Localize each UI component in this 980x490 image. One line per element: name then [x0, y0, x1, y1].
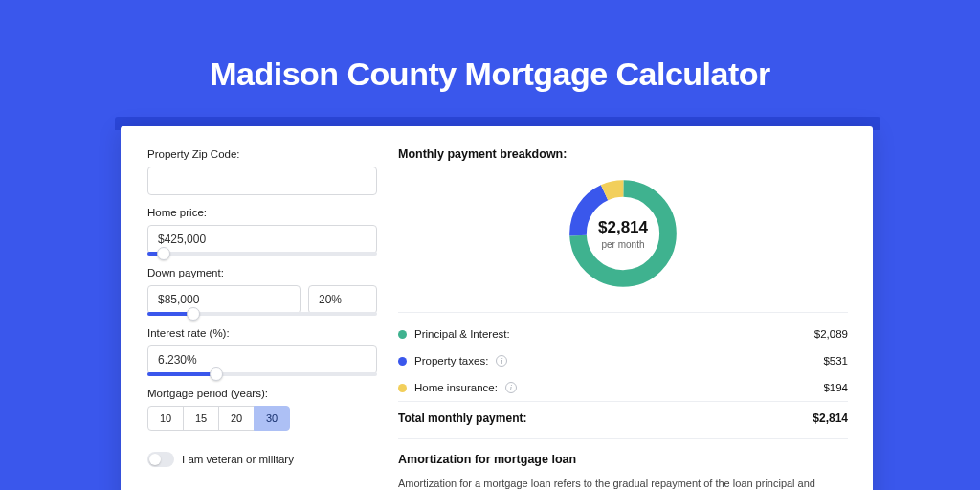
- breakdown-row: Principal & Interest:$2,089: [398, 321, 848, 347]
- interest-input[interactable]: [147, 345, 377, 374]
- period-label: Mortgage period (years):: [147, 388, 377, 399]
- home-price-slider[interactable]: [147, 252, 377, 256]
- period-option-30[interactable]: 30: [254, 406, 290, 431]
- down-payment-amount-input[interactable]: [147, 285, 301, 314]
- veteran-toggle[interactable]: [147, 452, 174, 467]
- zip-group: Property Zip Code:: [147, 148, 377, 195]
- inputs-panel: Property Zip Code: Home price: Down paym…: [147, 147, 377, 490]
- veteran-row: I am veteran or military: [147, 452, 377, 467]
- amortization-title: Amortization for mortgage loan: [398, 453, 848, 466]
- info-icon[interactable]: i: [496, 355, 507, 367]
- total-row: Total monthly payment: $2,814: [398, 401, 848, 438]
- breakdown-value: $194: [823, 382, 848, 393]
- zip-label: Property Zip Code:: [147, 148, 377, 160]
- period-option-15[interactable]: 15: [183, 406, 219, 431]
- breakdown-value: $2,089: [814, 328, 848, 340]
- breakdown-list: Principal & Interest:$2,089Property taxe…: [398, 312, 848, 401]
- slider-thumb-icon[interactable]: [187, 307, 200, 321]
- breakdown-value: $531: [823, 355, 848, 367]
- interest-slider[interactable]: [147, 372, 377, 376]
- breakdown-title: Monthly payment breakdown:: [398, 147, 848, 161]
- legend-dot-icon: [398, 330, 407, 339]
- down-payment-percent-input[interactable]: [308, 285, 377, 314]
- calculator-card: Property Zip Code: Home price: Down paym…: [121, 126, 873, 490]
- amortization-section: Amortization for mortgage loan Amortizat…: [398, 438, 848, 490]
- breakdown-row: Property taxes:i$531: [398, 347, 848, 374]
- period-group: Mortgage period (years): 10152030: [147, 388, 377, 431]
- home-price-label: Home price:: [147, 207, 377, 218]
- info-icon[interactable]: i: [505, 382, 517, 393]
- legend-dot-icon: [398, 384, 407, 392]
- down-payment-slider[interactable]: [147, 312, 377, 316]
- legend-dot-icon: [398, 357, 407, 366]
- breakdown-label: Principal & Interest:: [414, 328, 510, 340]
- donut-unit: per month: [601, 239, 644, 250]
- payment-donut-chart: $2,814 per month: [564, 174, 682, 293]
- slider-thumb-icon[interactable]: [157, 247, 170, 260]
- donut-value: $2,814: [598, 218, 648, 237]
- breakdown-panel: Monthly payment breakdown: $2,814 per mo…: [398, 147, 848, 490]
- page-title: Madison County Mortgage Calculator: [0, 0, 980, 120]
- veteran-label: I am veteran or military: [182, 454, 294, 465]
- amortization-body: Amortization for a mortgage loan refers …: [398, 476, 848, 490]
- zip-input[interactable]: [147, 167, 377, 195]
- breakdown-row: Home insurance:i$194: [398, 374, 848, 401]
- period-option-10[interactable]: 10: [147, 406, 184, 431]
- period-options: 10152030: [147, 406, 377, 431]
- total-label: Total monthly payment:: [398, 412, 526, 425]
- breakdown-label: Property taxes:: [414, 355, 488, 367]
- breakdown-label: Home insurance:: [414, 382, 498, 393]
- home-price-group: Home price:: [147, 207, 377, 256]
- total-value: $2,814: [813, 412, 848, 425]
- interest-group: Interest rate (%):: [147, 327, 377, 376]
- slider-thumb-icon[interactable]: [210, 368, 223, 381]
- period-option-20[interactable]: 20: [218, 406, 255, 431]
- home-price-input[interactable]: [147, 225, 377, 254]
- interest-label: Interest rate (%):: [147, 327, 377, 339]
- down-payment-label: Down payment:: [147, 267, 377, 278]
- down-payment-group: Down payment:: [147, 267, 377, 316]
